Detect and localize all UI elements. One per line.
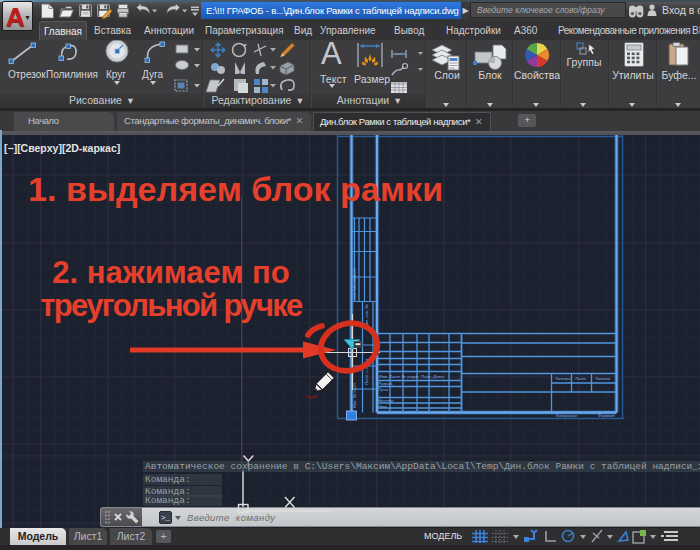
svg-text:Листов: Листов [594,376,611,381]
svg-text:Формат: Формат [598,413,615,418]
svg-text:Разраб.: Разраб. [378,381,393,386]
svg-text:Изм. Лист № докум. Подп. Дат: Изм. Лист № докум. Подп. Дата [379,374,445,379]
svg-text:Лист: Лист [574,376,586,381]
svg-text:Пров.: Пров. [378,387,389,392]
svg-text:СОГЛАСОВАНО: СОГЛАСОВАНО [352,267,357,300]
svg-text:Копировал: Копировал [556,413,577,418]
svg-text:Утв.: Утв. [378,404,388,409]
svg-text:Нконтр.: Нконтр. [378,398,395,403]
svg-text:Литера: Литера [554,376,571,381]
